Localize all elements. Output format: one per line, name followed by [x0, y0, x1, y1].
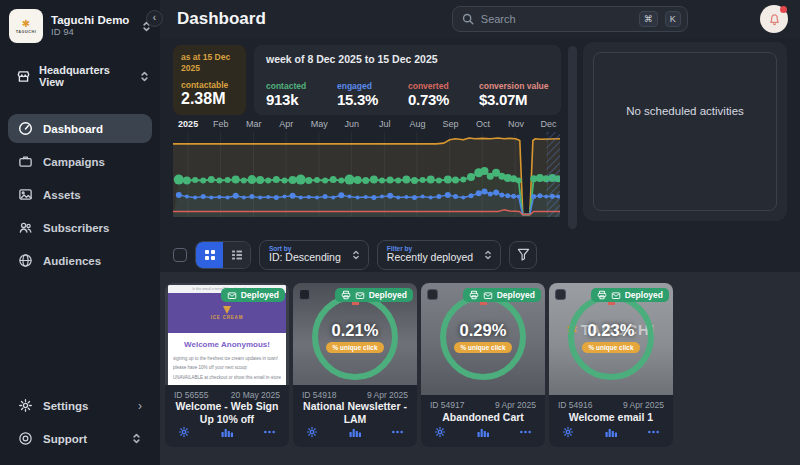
chart-month-label: 2025: [178, 119, 198, 129]
mail-channel-icon: [227, 291, 237, 300]
org-info: Taguchi Demo ID 94: [51, 14, 133, 38]
sidebar-item-label: Assets: [43, 189, 81, 201]
campaign-card-54916[interactable]: ✱TAGUCHI Deployed: [549, 283, 673, 447]
list-icon: [231, 249, 243, 261]
card-meta: ID 54917 9 Apr 2025: [421, 395, 545, 410]
card-analytics-icon[interactable]: [349, 426, 361, 438]
main-area: Dashboard ⌘ K as at 15 Dec 202: [160, 0, 800, 465]
people-icon: [18, 220, 33, 235]
sort-value: ID: Descending: [269, 252, 341, 264]
deployed-badge: Deployed: [591, 288, 669, 302]
scheduled-activities-panel: No scheduled activities: [583, 42, 787, 221]
campaign-card-54917[interactable]: Deployed 0.29% % unique click ID 54917 9…: [421, 283, 545, 447]
sidebar-item-audiences[interactable]: Audiences: [8, 246, 152, 275]
card-actions: [293, 426, 417, 447]
card-analytics-icon[interactable]: [221, 426, 233, 438]
card-id: ID 54916: [558, 400, 593, 410]
sidebar-item-assets[interactable]: Assets: [8, 180, 152, 209]
chart-month-label: May: [311, 119, 328, 129]
metrics-row: as at 15 Dec 2025 contactable 2.38M week…: [173, 45, 561, 115]
chart-month-label: Nov: [508, 119, 524, 129]
card-more-icon[interactable]: [263, 426, 276, 438]
sidebar-item-support[interactable]: Support: [8, 424, 152, 453]
card-thumbnail: Deployed 0.21% % unique click: [293, 283, 417, 385]
vertical-scrollbar-thumb[interactable]: [568, 46, 577, 229]
email-heading: Welcome Anonymous!: [168, 333, 286, 354]
notifications-button[interactable]: [760, 5, 788, 33]
chart-month-label: Jul: [379, 119, 391, 129]
campaign-card-54918[interactable]: Deployed 0.21% % unique click ID 54918 9…: [293, 283, 417, 447]
search-bar[interactable]: ⌘ K: [452, 6, 688, 32]
deployed-badge: Deployed: [221, 288, 285, 302]
deployed-badge: Deployed: [463, 288, 541, 302]
activities-empty-text: No scheduled activities: [626, 105, 744, 210]
mail-channel-icon: [483, 291, 493, 300]
card-more-icon[interactable]: [519, 426, 532, 438]
card-meta: ID 54918 9 Apr 2025: [293, 385, 417, 400]
contactable-label: contactable: [181, 80, 238, 90]
grid-icon: [204, 249, 216, 261]
chart-month-label: Apr: [279, 119, 293, 129]
email-body: signing up to the freshest ice cream upd…: [168, 354, 286, 382]
card-id: ID 56555: [174, 390, 209, 400]
card-checkbox[interactable]: [555, 289, 566, 300]
k-key-badge: K: [665, 11, 681, 27]
card-title: National Newsletter - LAM: [293, 400, 417, 426]
sort-dropdown[interactable]: Sort by ID: Descending: [259, 240, 369, 270]
chart-month-label: Mar: [246, 119, 262, 129]
campaign-card-56555[interactable]: Is this email a mess? View the online ve…: [165, 283, 289, 447]
ice-cream-cone-icon: [223, 306, 231, 314]
card-settings-icon[interactable]: [434, 426, 446, 438]
sidebar-item-settings[interactable]: Settings ›: [8, 391, 152, 420]
campaigns-grid: Is this email a mess? View the online ve…: [160, 272, 800, 465]
filter-funnel-button[interactable]: [509, 241, 537, 269]
view-selector[interactable]: Headquarters View: [0, 56, 160, 96]
unique-click-label: % unique click: [326, 342, 383, 353]
deployed-badge: Deployed: [335, 288, 413, 302]
card-checkbox[interactable]: [427, 289, 438, 300]
card-meta: ID 56555 20 May 2025: [165, 385, 289, 400]
sidebar-item-label: Settings: [43, 400, 128, 412]
card-analytics-icon[interactable]: [477, 426, 489, 438]
list-view-button[interactable]: [223, 242, 250, 268]
card-settings-icon[interactable]: [178, 426, 190, 438]
overview-panel: as at 15 Dec 2025 contactable 2.38M week…: [173, 45, 561, 217]
card-thumbnail: Deployed 0.29% % unique click: [421, 283, 545, 395]
contactable-card: as at 15 Dec 2025 contactable 2.38M: [173, 45, 246, 115]
sidebar-item-label: Support: [43, 433, 121, 445]
activities-empty-state: No scheduled activities: [593, 52, 777, 211]
sidebar-collapse-button[interactable]: ‹: [146, 10, 163, 27]
card-analytics-icon[interactable]: [605, 426, 617, 438]
sidebar-item-subscribers[interactable]: Subscribers: [8, 213, 152, 242]
chart-month-label: Dec: [541, 119, 557, 129]
card-settings-icon[interactable]: [562, 426, 574, 438]
card-checkbox[interactable]: [299, 289, 310, 300]
unique-click-value: 0.21%: [332, 321, 379, 340]
sidebar-item-dashboard[interactable]: Dashboard: [8, 114, 152, 143]
search-input[interactable]: [481, 13, 632, 25]
sidebar-item-campaigns[interactable]: Campaigns: [8, 147, 152, 176]
campaigns-toolbar: Sort by ID: Descending Filter by Recentl…: [160, 237, 800, 272]
card-settings-icon[interactable]: [306, 426, 318, 438]
card-more-icon[interactable]: [647, 426, 660, 438]
select-all-checkbox[interactable]: [173, 248, 187, 262]
stat-converted: converted 0.73%: [408, 81, 479, 108]
page-title: Dashboard: [177, 9, 266, 29]
card-more-icon[interactable]: [391, 426, 404, 438]
globe-icon: [18, 253, 33, 268]
taguchi-logo-text: TAGUCHI: [16, 30, 37, 34]
storefront-icon: [16, 69, 31, 84]
chevron-up-down-icon: [351, 249, 361, 261]
chevron-up-down-icon: [483, 249, 493, 261]
chart-month-label: Aug: [409, 119, 425, 129]
org-selector[interactable]: ✱ TAGUCHI Taguchi Demo ID 94: [0, 0, 160, 52]
grid-view-button[interactable]: [196, 242, 223, 268]
filter-dropdown[interactable]: Filter by Recently deployed: [377, 240, 501, 270]
search-icon: [462, 13, 474, 25]
chart-plot-area: [173, 132, 560, 217]
chart-svg: [173, 132, 560, 217]
cmd-key-badge: ⌘: [639, 11, 658, 27]
card-title: Welcome email 1: [549, 410, 673, 426]
as-at-date: as at 15 Dec 2025: [181, 52, 238, 73]
unique-click-value: 0.29%: [460, 321, 507, 340]
